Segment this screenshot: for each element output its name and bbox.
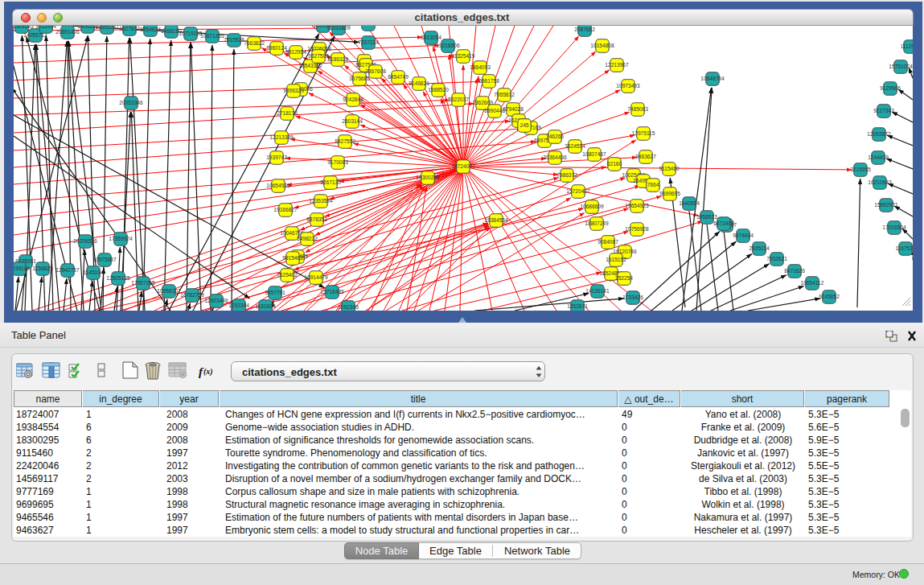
svg-text:1864093: 1864093 bbox=[470, 64, 491, 70]
svg-text:8454749: 8454749 bbox=[388, 74, 409, 80]
svg-text:7986372: 7986372 bbox=[556, 172, 577, 178]
svg-text:62160: 62160 bbox=[607, 161, 622, 167]
svg-text:16543382: 16543382 bbox=[298, 63, 322, 68]
svg-text:8186328: 8186328 bbox=[327, 56, 348, 62]
svg-text:19654923: 19654923 bbox=[625, 203, 649, 208]
svg-text:3267130: 3267130 bbox=[320, 179, 341, 185]
svg-text:252254: 252254 bbox=[615, 275, 633, 281]
svg-text:20691406: 20691406 bbox=[55, 29, 80, 35]
svg-text:9896329: 9896329 bbox=[283, 88, 304, 93]
svg-text:12093872: 12093872 bbox=[867, 131, 891, 137]
svg-text:2935114: 2935114 bbox=[749, 245, 770, 251]
svg-text:7955812: 7955812 bbox=[494, 92, 515, 97]
svg-text:5322037: 5322037 bbox=[448, 97, 469, 102]
svg-text:8813054: 8813054 bbox=[421, 35, 441, 40]
svg-text:1733426: 1733426 bbox=[622, 295, 643, 300]
svg-text:7515526: 7515526 bbox=[224, 37, 244, 43]
svg-text:15692971: 15692971 bbox=[874, 202, 898, 208]
svg-text:9474444: 9474444 bbox=[733, 233, 754, 238]
svg-text:1292344: 1292344 bbox=[228, 303, 249, 308]
svg-text:6794028: 6794028 bbox=[503, 106, 524, 112]
svg-text:2149205: 2149205 bbox=[358, 26, 379, 27]
svg-text:1181604: 1181604 bbox=[255, 303, 276, 309]
svg-text:12213967: 12213967 bbox=[605, 62, 629, 68]
svg-text:18807249: 18807249 bbox=[585, 220, 609, 226]
svg-text:8912954: 8912954 bbox=[285, 49, 306, 55]
svg-text:9115460: 9115460 bbox=[659, 166, 680, 171]
svg-text:16782759: 16782759 bbox=[180, 292, 204, 298]
svg-text:11325419: 11325419 bbox=[452, 53, 475, 59]
svg-text:16154808: 16154808 bbox=[590, 43, 614, 48]
svg-text:10688609: 10688609 bbox=[580, 204, 604, 209]
svg-text:12213389: 12213389 bbox=[269, 134, 294, 140]
svg-text:7932621: 7932621 bbox=[766, 256, 787, 262]
svg-text:17957255: 17957255 bbox=[131, 280, 155, 286]
svg-text:17359924: 17359924 bbox=[109, 236, 133, 241]
svg-text:9227343: 9227343 bbox=[873, 108, 894, 113]
svg-text:15720407: 15720407 bbox=[566, 188, 590, 194]
svg-text:1615152: 1615152 bbox=[606, 257, 626, 262]
svg-text:9327506: 9327506 bbox=[308, 53, 329, 59]
svg-text:2718176: 2718176 bbox=[277, 110, 298, 116]
svg-text:1156829: 1156829 bbox=[32, 266, 53, 271]
svg-text:2367608: 2367608 bbox=[365, 68, 386, 74]
svg-text:19218506: 19218506 bbox=[436, 43, 460, 48]
svg-text:12353594: 12353594 bbox=[309, 198, 333, 204]
svg-text:8954624: 8954624 bbox=[140, 27, 161, 32]
svg-text:9245652: 9245652 bbox=[819, 294, 840, 299]
svg-text:9084067: 9084067 bbox=[598, 239, 618, 245]
svg-text:9699695: 9699695 bbox=[659, 191, 680, 196]
svg-text:1145194: 1145194 bbox=[83, 270, 104, 275]
svg-text:12975115: 12975115 bbox=[632, 130, 655, 136]
svg-text:18300295: 18300295 bbox=[416, 175, 440, 180]
svg-text:6872403: 6872403 bbox=[713, 220, 734, 226]
svg-text:9915462: 9915462 bbox=[282, 255, 303, 261]
svg-text:1939742: 1939742 bbox=[266, 154, 287, 160]
svg-text:15751074: 15751074 bbox=[889, 64, 913, 69]
svg-text:17016504: 17016504 bbox=[882, 225, 906, 230]
svg-text:9146821: 9146821 bbox=[409, 80, 429, 86]
svg-text:10648784: 10648784 bbox=[700, 76, 725, 81]
svg-text:20206536: 20206536 bbox=[73, 238, 97, 244]
svg-text:19384554: 19384554 bbox=[484, 217, 508, 223]
svg-text:7663822: 7663822 bbox=[244, 40, 265, 46]
svg-text:12942757: 12942757 bbox=[55, 267, 80, 273]
svg-text:9012494: 9012494 bbox=[35, 26, 56, 29]
svg-text:8960124: 8960124 bbox=[266, 45, 287, 51]
svg-text:1588520: 1588520 bbox=[428, 87, 449, 93]
svg-text:(x): (x) bbox=[203, 367, 213, 377]
svg-text:8427552: 8427552 bbox=[335, 138, 355, 144]
svg-text:1292345: 1292345 bbox=[338, 304, 359, 310]
svg-text:20053346: 20053346 bbox=[119, 100, 143, 105]
svg-text:2087682: 2087682 bbox=[574, 27, 595, 32]
svg-text:9457791: 9457791 bbox=[265, 290, 285, 295]
svg-text:10655287: 10655287 bbox=[95, 26, 119, 30]
svg-text:2803144: 2803144 bbox=[342, 118, 363, 124]
svg-text:9463627: 9463627 bbox=[635, 154, 656, 159]
svg-text:1244419: 1244419 bbox=[868, 154, 889, 160]
svg-text:16914479: 16914479 bbox=[304, 274, 328, 280]
svg-text:12505135: 12505135 bbox=[106, 275, 130, 281]
svg-text:16210643: 16210643 bbox=[868, 179, 892, 185]
svg-text:16033809: 16033809 bbox=[326, 26, 351, 31]
svg-text:6961758: 6961758 bbox=[478, 78, 499, 84]
svg-text:5498222: 5498222 bbox=[297, 236, 318, 241]
svg-text:7664: 7664 bbox=[647, 182, 659, 187]
svg-text:3624554: 3624554 bbox=[565, 143, 585, 149]
svg-text:8471626: 8471626 bbox=[784, 268, 805, 274]
svg-text:8878352: 8878352 bbox=[306, 216, 327, 222]
svg-text:1112543: 1112543 bbox=[901, 43, 913, 49]
svg-text:9129966: 9129966 bbox=[880, 85, 901, 91]
svg-text:5958923: 5958923 bbox=[696, 214, 717, 220]
svg-text:10958107: 10958107 bbox=[157, 288, 181, 294]
svg-text:10975887: 10975887 bbox=[92, 257, 117, 262]
svg-text:7625402: 7625402 bbox=[277, 272, 298, 278]
svg-text:10756928: 10756928 bbox=[625, 226, 649, 232]
svg-text:746266: 746266 bbox=[546, 134, 564, 139]
svg-text:10807487: 10807487 bbox=[582, 151, 606, 157]
svg-text:1640954: 1640954 bbox=[679, 200, 700, 206]
svg-text:245: 245 bbox=[519, 122, 528, 128]
svg-text:18724007: 18724007 bbox=[451, 163, 475, 169]
svg-text:14136141: 14136141 bbox=[585, 288, 610, 294]
svg-text:1352671: 1352671 bbox=[567, 303, 588, 309]
